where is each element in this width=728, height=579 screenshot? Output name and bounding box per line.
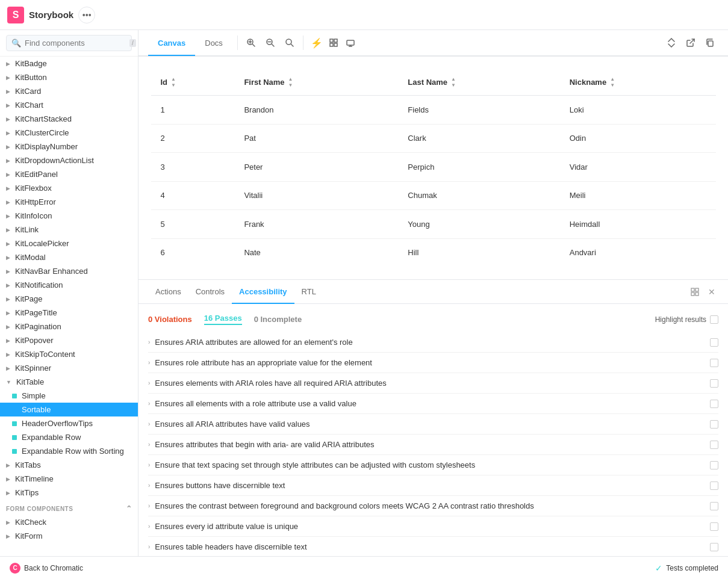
a11y-chevron-1[interactable]: › — [148, 359, 150, 366]
search-input[interactable] — [25, 39, 126, 48]
a11y-chevron-5[interactable]: › — [148, 441, 150, 448]
sidebar-item-kitpopover[interactable]: ▶KitPopover — [0, 333, 138, 347]
sidebar-label-kittimeline: KitTimeline — [15, 474, 132, 483]
col-header-lastname[interactable]: Last Name ▲▼ — [398, 69, 559, 96]
sidebar-item-sortable[interactable]: Sortable — [0, 403, 138, 416]
a11y-chevron-2[interactable]: › — [148, 380, 150, 386]
expand-arrow-kitchartstacked: ▶ — [6, 116, 10, 122]
panel-tab-controls[interactable]: Controls — [188, 280, 232, 304]
col-header-nickname[interactable]: Nickname ▲▼ — [560, 69, 716, 96]
a11y-checkbox-0[interactable] — [710, 338, 718, 347]
incomplete-stat[interactable]: 0 Incomplete — [254, 315, 302, 324]
copy-button[interactable] — [702, 34, 718, 51]
sort-arrows-id[interactable]: ▲▼ — [171, 76, 176, 88]
sidebar-item-kitinfoicon[interactable]: ▶KitInfoIcon — [0, 209, 138, 223]
sidebar-item-kitcheck[interactable]: ▶KitCheck — [0, 515, 138, 529]
a11y-chevron-6[interactable]: › — [148, 462, 150, 468]
a11y-chevron-10[interactable]: › — [148, 543, 150, 550]
expand-button[interactable] — [663, 34, 680, 51]
passes-stat[interactable]: 16 Passes — [204, 314, 242, 325]
panel-tab-actions[interactable]: Actions — [148, 280, 188, 304]
sidebar-item-kitdropdownactionlist[interactable]: ▶KitDropdownActionList — [0, 153, 138, 167]
sidebar-item-kitflexbox[interactable]: ▶KitFlexbox — [0, 181, 138, 195]
reset-zoom-button[interactable] — [281, 34, 298, 51]
sidebar-item-kitnavbarenhanced[interactable]: ▶KitNavBar Enhanced — [0, 264, 138, 278]
sidebar-item-kittable[interactable]: ▼KitTable — [0, 375, 138, 389]
sidebar-item-kiteditpanel[interactable]: ▶KitEditPanel — [0, 167, 138, 181]
a11y-checkbox-8[interactable] — [710, 502, 718, 510]
a11y-checkbox-3[interactable] — [710, 400, 718, 408]
sidebar-item-kitchart[interactable]: ▶KitChart — [0, 98, 138, 112]
sort-arrows-nickname[interactable]: ▲▼ — [610, 76, 615, 88]
a11y-chevron-4[interactable]: › — [148, 421, 150, 427]
sidebar-item-kitpagetitle[interactable]: ▶KitPageTitle — [0, 306, 138, 320]
toolbar-divider — [237, 36, 238, 50]
panel-tab-accessibility[interactable]: Accessibility — [232, 280, 294, 304]
col-firstname-label: First Name — [244, 78, 284, 87]
sidebar-item-kittimeline[interactable]: ▶KitTimeline — [0, 472, 138, 486]
tab-canvas[interactable]: Canvas — [148, 31, 195, 56]
sidebar-item-kittips[interactable]: ▶KitTips — [0, 486, 138, 500]
sidebar-item-kitcard[interactable]: ▶KitCard — [0, 84, 138, 98]
grid-button[interactable] — [325, 34, 342, 51]
share-button[interactable] — [682, 34, 699, 51]
col-header-id[interactable]: Id ▲▼ — [151, 69, 234, 96]
a11y-chevron-0[interactable]: › — [148, 339, 150, 345]
fire-button[interactable]: ⚡ — [308, 34, 325, 51]
a11y-chevron-9[interactable]: › — [148, 523, 150, 530]
sidebar-item-kitnotification[interactable]: ▶KitNotification — [0, 278, 138, 292]
expand-arrow-kitflexbox: ▶ — [6, 185, 10, 191]
back-to-chromatic-button[interactable]: C Back to Chromatic — [10, 563, 83, 574]
a11y-checkbox-1[interactable] — [710, 359, 718, 367]
a11y-chevron-3[interactable]: › — [148, 400, 150, 407]
sidebar-item-kitbadge[interactable]: ▶KitBadge — [0, 57, 138, 70]
sidebar-item-kitchartstacked[interactable]: ▶KitChartStacked — [0, 112, 138, 126]
sidebar-item-expandablerow[interactable]: Expandable Row — [0, 430, 138, 444]
expand-arrow-kittips: ▶ — [6, 490, 10, 496]
a11y-checkbox-2[interactable] — [710, 379, 718, 388]
sidebar-label-kittabs: KitTabs — [15, 460, 132, 469]
panel-grid-button[interactable] — [688, 285, 702, 299]
sidebar-item-kitpage[interactable]: ▶KitPage — [0, 292, 138, 306]
sidebar-label-kitnavbarenhanced: KitNavBar Enhanced — [15, 267, 132, 276]
sidebar-item-kitbutton[interactable]: ▶KitButton — [0, 70, 138, 84]
a11y-item-text-7: Ensures buttons have discernible text — [155, 481, 285, 490]
a11y-checkbox-5[interactable] — [710, 441, 718, 449]
sidebar-item-kitclustercircle[interactable]: ▶KitClusterCircle — [0, 126, 138, 140]
violations-stat[interactable]: 0 Violations — [148, 315, 192, 324]
a11y-checkbox-9[interactable] — [710, 522, 718, 531]
menu-button[interactable]: ••• — [78, 7, 95, 23]
sidebar-item-kitspinner[interactable]: ▶KitSpinner — [0, 361, 138, 375]
sidebar-item-kitform[interactable]: ▶KitForm — [0, 529, 138, 543]
sidebar-item-kitlocalepicker[interactable]: ▶KitLocalePicker — [0, 237, 138, 250]
sidebar-item-kithttperror[interactable]: ▶KitHttpError — [0, 195, 138, 209]
a11y-checkbox-7[interactable] — [710, 481, 718, 490]
sidebar-item-kittabs[interactable]: ▶KitTabs — [0, 458, 138, 472]
panel-tab-rtl[interactable]: RTL — [294, 280, 323, 304]
col-header-firstname[interactable]: First Name ▲▼ — [234, 69, 398, 96]
sidebar-item-kitlink[interactable]: ▶KitLink — [0, 223, 138, 237]
cell-lastname: Clark — [398, 124, 559, 153]
a11y-chevron-8[interactable]: › — [148, 503, 150, 509]
tab-docs[interactable]: Docs — [195, 31, 232, 56]
sidebar-item-kitskiptocontent[interactable]: ▶KitSkipToContent — [0, 347, 138, 361]
a11y-chevron-7[interactable]: › — [148, 482, 150, 489]
sort-arrows-firstname[interactable]: ▲▼ — [288, 76, 293, 88]
zoom-in-button[interactable] — [243, 34, 260, 51]
sort-arrows-lastname[interactable]: ▲▼ — [451, 76, 456, 88]
zoom-out-button[interactable] — [262, 34, 279, 51]
sidebar-item-kitdisplaynumber[interactable]: ▶KitDisplayNumber — [0, 140, 138, 153]
sidebar-item-simple[interactable]: Simple — [0, 389, 138, 403]
a11y-checkbox-10[interactable] — [710, 543, 718, 551]
sidebar-item-kitpagination[interactable]: ▶KitPagination — [0, 320, 138, 333]
a11y-checkbox-6[interactable] — [710, 461, 718, 469]
toolbar-icons — [243, 34, 298, 51]
viewport-button[interactable] — [342, 34, 359, 51]
panel-close-button[interactable]: ✕ — [705, 285, 718, 299]
back-to-chromatic-label: Back to Chromatic — [24, 564, 83, 572]
sidebar-item-kitmodal[interactable]: ▶KitModal — [0, 250, 138, 264]
sidebar-item-headeroverflowtips[interactable]: HeaderOverflowTips — [0, 416, 138, 430]
sidebar-item-expandablerowwithsorting[interactable]: Expandable Row with Sorting — [0, 444, 138, 458]
highlight-results-checkbox[interactable] — [710, 315, 718, 324]
a11y-checkbox-4[interactable] — [710, 420, 718, 429]
